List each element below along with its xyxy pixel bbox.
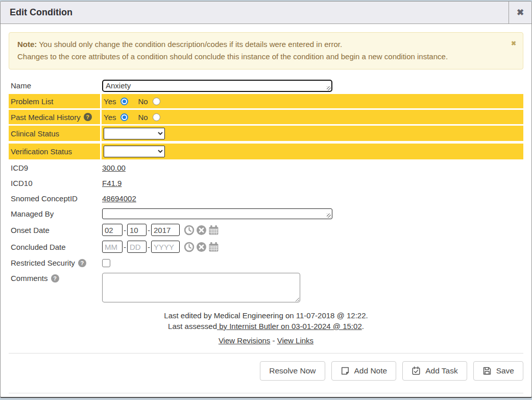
time-icon[interactable] [184,242,195,252]
close-button[interactable]: ✖ [509,2,531,23]
resolve-now-label: Resolve Now [269,366,316,375]
link-separator: - [270,336,277,345]
verification-status-select[interactable] [104,146,165,157]
concluded-month-input[interactable] [102,241,123,253]
dismiss-icon: ✖ [511,40,516,47]
restricted-security-label: Restricted Security [11,258,75,267]
view-revisions-link[interactable]: View Revisions [219,336,270,345]
managed-by-row: Managed By [9,207,523,221]
pmh-no-label: No [138,113,148,122]
condition-form: Name Problem List Yes No Past [1,79,531,304]
restricted-security-checkbox[interactable] [102,259,110,267]
name-row: Name [9,79,523,92]
task-icon [412,366,421,375]
managed-by-input[interactable] [102,208,332,219]
view-links-line: View Revisions - View Links [1,335,531,346]
onset-month-input[interactable] [102,224,123,236]
button-bar: Resolve Now Add Note Add Task Save [1,354,531,381]
add-task-label: Add Task [425,366,457,375]
date-separator: - [124,243,126,251]
name-input[interactable] [102,80,332,92]
last-assessed-text: Last assessed by Internist Butler on 03-… [1,321,531,332]
edit-condition-dialog: Edit Condition ✖ Note: You should only c… [0,1,532,398]
pmh-yes-label: Yes [104,113,116,122]
note-icon [341,366,350,375]
save-button[interactable]: Save [473,361,523,381]
help-icon[interactable]: ? [51,274,59,283]
past-medical-history-label: Past Medical History [11,113,81,122]
note-line-2: Changes to the core attributes of a cond… [17,51,502,63]
icd9-link[interactable]: 300.00 [102,163,126,172]
restricted-security-row: Restricted Security ? [9,256,523,270]
add-task-button[interactable]: Add Task [402,361,467,381]
snomed-row: Snomed ConceptID 48694002 [9,192,523,205]
icd9-row: ICD9 300.00 [9,161,523,175]
dialog-header: Edit Condition ✖ [1,2,531,24]
problem-list-yes-label: Yes [104,97,116,106]
clinical-status-label: Clinical Status [9,126,100,141]
save-icon [482,366,492,375]
problem-list-label: Problem List [9,94,100,108]
concluded-year-input[interactable] [151,241,180,253]
snomed-link[interactable]: 48694002 [102,194,136,203]
past-medical-history-row: Past Medical History ? Yes No [9,110,523,124]
calendar-icon[interactable] [208,242,219,252]
note-line-1: Note: You should only change the conditi… [17,38,502,51]
concluded-date-label: Concluded Date [9,239,100,254]
pmh-yes-radio[interactable] [120,113,128,121]
view-links-link[interactable]: View Links [277,336,313,345]
calendar-icon[interactable] [208,225,219,236]
resolve-now-button[interactable]: Resolve Now [260,361,325,381]
note-text-1: You should only change the condition des… [37,40,342,49]
last-assessed-prefix: Last assessed [168,322,217,331]
comments-textarea[interactable] [102,273,300,302]
pmh-no-radio[interactable] [153,113,160,121]
date-separator: - [124,226,126,234]
problem-list-no-radio[interactable] [153,98,160,105]
clinical-status-select[interactable] [104,128,165,139]
onset-day-input[interactable] [127,224,147,236]
verification-status-row: Verification Status [9,144,523,159]
onset-date-row: Onset Date - - [9,222,523,238]
onset-year-input[interactable] [151,224,180,236]
comments-row: Comments ? [9,273,523,302]
last-edited-text: Last edited by Medical Engineering on 11… [1,310,531,321]
concluded-day-input[interactable] [127,241,147,253]
icd9-label: ICD9 [9,161,100,175]
icd10-link[interactable]: F41.9 [102,179,122,187]
name-label: Name [9,79,100,92]
problem-list-yes-radio[interactable] [120,98,128,105]
onset-date-label: Onset Date [9,222,100,238]
verification-status-label: Verification Status [9,144,100,159]
comments-label: Comments [11,274,48,283]
problem-list-no-label: No [138,97,148,106]
icd10-label: ICD10 [9,176,100,190]
audit-info: Last edited by Medical Engineering on 11… [1,310,531,346]
date-separator: - [148,226,150,234]
clear-icon[interactable] [196,242,207,252]
concluded-date-row: Concluded Date - - [9,239,523,254]
help-icon[interactable]: ? [84,113,92,121]
last-assessed-suffix: . [362,322,364,331]
note-prefix: Note: [17,40,37,49]
note-dismiss-button[interactable]: ✖ [511,37,516,50]
save-label: Save [496,366,514,375]
add-note-button[interactable]: Add Note [331,361,397,381]
help-icon[interactable]: ? [78,259,86,267]
managed-by-label: Managed By [9,207,100,221]
note-banner: Note: You should only change the conditi… [9,32,523,69]
clinical-status-row: Clinical Status [9,126,523,141]
snomed-label: Snomed ConceptID [9,192,100,205]
clear-icon[interactable] [196,225,207,236]
bottom-divider [9,393,523,393]
page-title: Edit Condition [1,2,509,23]
add-note-label: Add Note [354,366,388,375]
close-icon: ✖ [517,7,524,18]
date-separator: - [148,243,150,251]
time-icon[interactable] [184,225,195,236]
last-assessed-link[interactable]: by Internist Butler on 03-01-2024 @ 15:0… [217,322,362,331]
icd10-row: ICD10 F41.9 [9,176,523,190]
problem-list-row: Problem List Yes No [9,94,523,108]
